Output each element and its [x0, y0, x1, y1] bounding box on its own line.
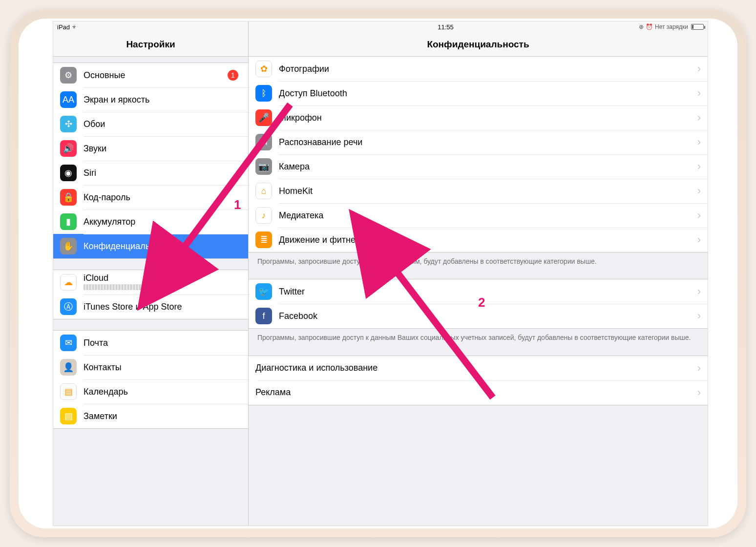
row-label: Facebook	[279, 311, 694, 321]
заметки-icon: ▤	[60, 408, 77, 424]
row-label: iTunes Store и App Store	[84, 302, 241, 312]
row-label: Реклама	[255, 387, 694, 398]
row-label: Камера	[279, 162, 694, 172]
row-label: Код-пароль	[84, 192, 241, 203]
alarm-icon: ⏰	[646, 23, 653, 30]
доступ-icon: ᛒ	[255, 85, 272, 102]
календарь-icon: ▤	[60, 383, 77, 400]
row-label: Аккумулятор	[84, 217, 241, 227]
rotation-lock-icon: ⊕	[639, 23, 644, 30]
аккумулятор-icon: ▮	[60, 213, 77, 230]
фотографии-icon: ✿	[255, 61, 272, 77]
device-label: iPad	[57, 23, 70, 31]
медиатека-icon: ♪	[255, 207, 272, 224]
контакты-icon: 👤	[60, 359, 77, 376]
row-label: iCloud	[84, 273, 241, 283]
annotation-number-1: 1	[234, 197, 241, 212]
facebook-icon: f	[255, 308, 272, 324]
privacy-item-доступ-bluetooth[interactable]: ᛒДоступ Bluetooth›	[249, 81, 708, 105]
siri-icon: ◉	[60, 165, 77, 181]
sidebar-item-код-пароль[interactable]: 🔒Код-пароль	[53, 185, 248, 210]
sidebar-item-itunes-store-и-app-store[interactable]: ⒶiTunes Store и App Store	[53, 295, 248, 319]
privacy-item-реклама[interactable]: Реклама›	[249, 380, 708, 405]
chevron-right-icon: ›	[697, 87, 701, 100]
движение-icon: ≣	[255, 231, 272, 248]
chevron-right-icon: ›	[697, 285, 701, 298]
chevron-right-icon: ›	[697, 310, 701, 322]
chevron-right-icon: ›	[697, 63, 701, 75]
chevron-right-icon: ›	[697, 209, 701, 222]
status-bar-right: 11:55 ⊕ ⏰ Нет зарядки	[249, 21, 708, 32]
row-label: Почта	[84, 338, 241, 348]
wifi-icon: ᯤ	[72, 23, 78, 31]
row-label: Основные	[84, 70, 228, 81]
sidebar-title: Настройки	[53, 32, 248, 57]
sidebar-item-экран-и-яркость[interactable]: AAЭкран и яркость	[53, 87, 248, 112]
annotation-number-2: 2	[478, 295, 485, 310]
detail-title: Конфиденциальность	[249, 32, 708, 57]
sidebar-item-звуки[interactable]: 🔊Звуки	[53, 136, 248, 161]
chevron-right-icon: ›	[697, 386, 701, 399]
row-label: Движение и фитнес	[279, 235, 694, 245]
основные-icon: ⚙	[60, 67, 77, 84]
privacy-item-диагностика-и-использование[interactable]: Диагностика и использование›	[249, 356, 708, 380]
chevron-right-icon: ›	[697, 111, 701, 124]
обои-icon: ✣	[60, 116, 77, 132]
chevron-right-icon: ›	[697, 233, 701, 246]
звуки-icon: 🔊	[60, 140, 77, 157]
chevron-right-icon: ›	[697, 185, 701, 197]
sidebar-item-календарь[interactable]: ▤Календарь	[53, 379, 248, 404]
battery-text: Нет зарядки	[655, 23, 688, 30]
sidebar-item-обои[interactable]: ✣Обои	[53, 112, 248, 136]
privacy-item-homekit[interactable]: ⌂HomeKit›	[249, 179, 708, 203]
sidebar-item-siri[interactable]: ◉Siri	[53, 161, 248, 185]
sidebar-item-конфиденциальность[interactable]: ✋Конфиденциальность	[53, 234, 248, 258]
privacy-item-медиатека[interactable]: ♪Медиатека›	[249, 203, 708, 228]
chevron-right-icon: ›	[697, 160, 701, 173]
камера-icon: 📷	[255, 158, 272, 175]
twitter-icon: 🐦	[255, 283, 272, 300]
row-label: Siri	[84, 168, 241, 178]
распознавание-icon: ⧦	[255, 134, 272, 150]
privacy-item-фотографии[interactable]: ✿Фотографии›	[249, 57, 708, 81]
privacy-item-микрофон[interactable]: 🎤Микрофон›	[249, 105, 708, 130]
settings-sidebar: iPad ᯤ Настройки ⚙Основные1AAЭкран и ярк…	[53, 21, 249, 526]
homekit-icon: ⌂	[255, 183, 272, 199]
detail-note-1: Программы, запросившие доступ к Вашим да…	[249, 252, 708, 268]
sidebar-item-основные[interactable]: ⚙Основные1	[53, 63, 248, 87]
sidebar-item-заметки[interactable]: ▤Заметки	[53, 404, 248, 428]
row-label: Звуки	[84, 144, 241, 154]
row-label: Контакты	[84, 362, 241, 373]
battery-icon	[691, 24, 704, 30]
row-label: Заметки	[84, 411, 241, 421]
privacy-item-камера[interactable]: 📷Камера›	[249, 154, 708, 179]
sidebar-item-почта[interactable]: ✉Почта	[53, 331, 248, 355]
row-label: Конфиденциальность	[84, 241, 241, 252]
sidebar-item-контакты[interactable]: 👤Контакты	[53, 355, 248, 379]
код-пароль-icon: 🔒	[60, 189, 77, 206]
chevron-right-icon: ›	[697, 136, 701, 148]
экран-icon: AA	[60, 91, 77, 108]
row-label: Экран и яркость	[84, 95, 241, 105]
detail-pane: 11:55 ⊕ ⏰ Нет зарядки Конфиденциальность…	[249, 21, 708, 526]
row-label: HomeKit	[279, 186, 694, 196]
row-label: Фотографии	[279, 64, 694, 74]
микрофон-icon: 🎤	[255, 109, 272, 126]
sidebar-item-аккумулятор[interactable]: ▮Аккумулятор	[53, 210, 248, 234]
почта-icon: ✉	[60, 335, 77, 351]
sidebar-item-icloud[interactable]: ☁iCloud	[53, 270, 248, 295]
row-label: Распознавание речи	[279, 137, 694, 147]
itunes-icon: Ⓐ	[60, 298, 77, 315]
privacy-item-распознавание-речи[interactable]: ⧦Распознавание речи›	[249, 130, 708, 154]
row-label: Доступ Bluetooth	[279, 88, 694, 99]
privacy-item-движение-и-фитнес[interactable]: ≣Движение и фитнес›	[249, 228, 708, 252]
chevron-right-icon: ›	[697, 362, 701, 375]
status-bar-left: iPad ᯤ	[53, 21, 248, 32]
конфиденциальность-icon: ✋	[60, 238, 77, 254]
icloud-icon: ☁	[60, 274, 77, 291]
row-label: Медиатека	[279, 210, 694, 221]
row-label: Twitter	[279, 287, 694, 297]
row-label: Микрофон	[279, 113, 694, 123]
badge: 1	[228, 70, 238, 81]
row-label: Календарь	[84, 387, 241, 397]
